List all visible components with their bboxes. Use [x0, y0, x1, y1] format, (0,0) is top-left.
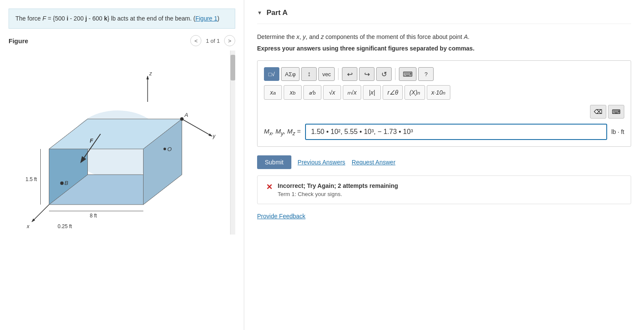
submit-button[interactable]: Submit — [257, 155, 291, 169]
math-btn-polar[interactable]: r∠θ — [383, 85, 403, 100]
svg-text:y: y — [213, 133, 216, 139]
toolbar-help-btn[interactable]: ? — [418, 67, 434, 81]
part-header: ▼ Part A — [257, 9, 631, 24]
toolbar-refresh-btn[interactable]: ↺ — [376, 67, 392, 81]
delete-button[interactable]: ⌫ — [590, 105, 606, 119]
toolbar-symbol-btn[interactable]: AΣφ — [281, 67, 300, 81]
problem-statement: The force F = {500 i - 200 j - 600 k} lb… — [9, 9, 235, 29]
error-content: Incorrect; Try Again; 2 attempts remaini… — [278, 182, 622, 197]
svg-text:O: O — [168, 146, 172, 152]
math-input-container: □√ AΣφ ↕ vec ↩ ↪ ↺ ⌨ ? xa xb a⁄b √x n√x … — [257, 60, 631, 147]
svg-text:B: B — [65, 180, 69, 186]
answer-input[interactable] — [305, 124, 607, 140]
unit-label: lb · ft — [611, 128, 624, 135]
figure-next-button[interactable]: > — [224, 35, 235, 46]
question-text: Determine the x, y, and z components of … — [257, 33, 631, 42]
math-btn-sqrt[interactable]: √x — [323, 85, 341, 100]
figure-diagram: A O B F z y x 8 ft — [9, 51, 235, 235]
figure-prev-button[interactable]: < — [190, 35, 201, 46]
toolbar-arrow-btn[interactable]: ↕ — [301, 67, 317, 81]
delete-row: ⌫ ⌨ — [264, 105, 624, 119]
svg-line-15 — [182, 119, 212, 136]
toolbar-undo-btn[interactable]: ↩ — [342, 67, 357, 81]
answer-label: Mx, My, Mz = — [264, 128, 301, 137]
page-info: 1 of 1 — [206, 38, 220, 44]
previous-answers-button[interactable]: Previous Answers — [298, 159, 345, 166]
request-answer-button[interactable]: Request Answer — [352, 159, 395, 166]
math-btn-abs[interactable]: |x| — [363, 85, 381, 100]
action-row: Submit Previous Answers Request Answer — [257, 155, 631, 169]
svg-line-17 — [32, 205, 49, 222]
svg-point-9 — [60, 181, 64, 185]
toolbar-redo-btn[interactable]: ↪ — [359, 67, 374, 81]
svg-text:z: z — [149, 71, 153, 77]
toolbar-vec-btn[interactable]: vec — [318, 67, 335, 81]
error-detail: Term 1: Check your signs. — [278, 191, 622, 197]
svg-text:F: F — [90, 137, 94, 144]
math-buttons-row2: xa xb a⁄b √x n√x |x| r∠θ (X)n x·10n — [264, 85, 624, 100]
svg-point-7 — [164, 148, 166, 150]
toolbar-keyboard-btn[interactable]: ⌨ — [399, 67, 416, 81]
figure-link[interactable]: Figure 1 — [195, 15, 217, 22]
svg-text:A: A — [184, 112, 189, 118]
math-btn-xa[interactable]: xa — [264, 85, 282, 100]
feedback-link[interactable]: Provide Feedback — [257, 213, 306, 220]
math-toolbar: □√ AΣφ ↕ vec ↩ ↪ ↺ ⌨ ? — [264, 67, 624, 81]
svg-text:8 ft: 8 ft — [90, 213, 97, 219]
instruction-text: Express your answers using three signifi… — [257, 45, 631, 52]
math-btn-xn[interactable]: (X)n — [404, 85, 425, 100]
math-btn-sci[interactable]: x·10n — [427, 85, 450, 100]
svg-text:0.25 ft: 0.25 ft — [58, 223, 72, 229]
svg-text:1.5 ft: 1.5 ft — [26, 176, 37, 182]
math-btn-xb[interactable]: xb — [284, 85, 302, 100]
collapse-arrow[interactable]: ▼ — [257, 10, 262, 16]
math-btn-frac[interactable]: a⁄b — [303, 85, 321, 100]
scrollbar[interactable] — [230, 51, 235, 235]
toolbar-sep1 — [338, 68, 338, 80]
toolbar-sep2 — [395, 68, 395, 80]
part-title: Part A — [267, 9, 288, 17]
answer-row: Mx, My, Mz = lb · ft — [264, 124, 624, 140]
error-box: ✕ Incorrect; Try Again; 2 attempts remai… — [257, 175, 631, 204]
math-btn-nthroot[interactable]: n√x — [343, 85, 361, 100]
error-title: Incorrect; Try Again; 2 attempts remaini… — [278, 182, 622, 189]
svg-text:x: x — [27, 223, 30, 229]
error-icon: ✕ — [266, 182, 273, 192]
keyboard-button2[interactable]: ⌨ — [608, 105, 624, 119]
figure-label: Figure — [9, 37, 186, 45]
toolbar-fraction-btn[interactable]: □√ — [264, 67, 279, 81]
